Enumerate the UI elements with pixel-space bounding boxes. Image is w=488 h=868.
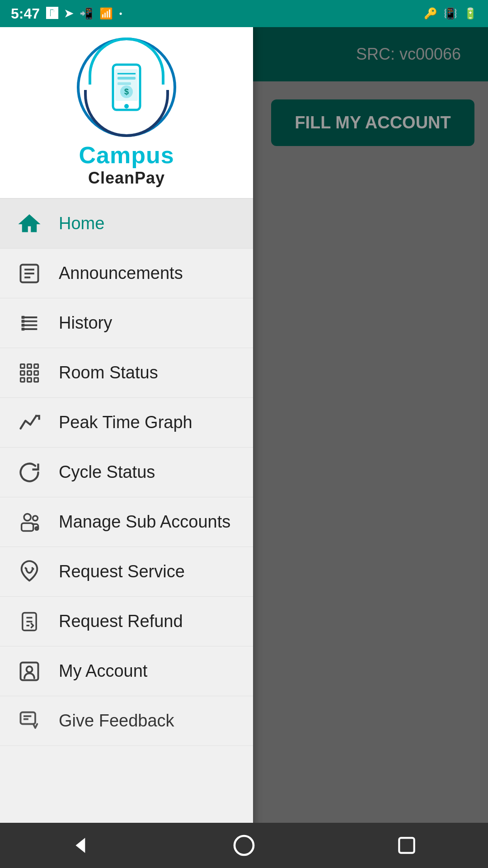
key-icon: 🔑 [424,7,437,20]
logo-text: Campus CleanPay [79,142,174,188]
status-bar: 5:47 🅿 ➤ 📲 📶 • 🔑 📳 🔋 [0,0,488,27]
sidebar-item-my-account[interactable]: My Account [0,646,253,696]
location-icon: ➤ [64,7,73,20]
dot-icon: • [119,9,122,19]
drawer-overlay[interactable] [253,27,488,868]
sidebar-item-label-request-service: Request Service [59,562,185,581]
home-button[interactable] [226,827,262,863]
svg-rect-24 [28,371,32,375]
navigation-drawer: $ Campus CleanPay [0,27,253,868]
back-icon [70,834,93,857]
cycle-status-icon [14,457,45,488]
request-service-icon [14,556,45,588]
drawer-nav: Home Announcements [0,199,253,868]
sidebar-item-manage-sub-accounts[interactable]: Manage Sub Accounts [0,497,253,547]
status-bar-right: 🔑 📳 🔋 [424,7,477,20]
svg-point-45 [235,836,253,855]
phone-icon: $ [106,62,147,112]
sidebar-item-label-request-refund: Request Refund [59,612,183,631]
svg-rect-41 [21,712,36,724]
svg-rect-23 [21,371,25,375]
sidebar-item-home[interactable]: Home [0,199,253,249]
sidebar-item-label-announcements: Announcements [59,264,183,283]
sidebar-item-cycle-status[interactable]: Cycle Status [0,448,253,497]
announcements-icon [14,258,45,289]
sidebar-item-request-refund[interactable]: Request Refund [0,597,253,646]
svg-rect-20 [21,364,25,368]
sidebar-item-request-service[interactable]: Request Service [0,547,253,597]
notification-icon: 🅿 [46,7,58,21]
sidebar-item-label-my-account: My Account [59,661,147,681]
history-icon [14,307,45,339]
sidebar-item-peak-time-graph[interactable]: Peak Time Graph [0,398,253,448]
status-bar-left: 5:47 🅿 ➤ 📲 📶 • [11,5,122,22]
sidebar-item-history[interactable]: History [0,298,253,348]
svg-point-40 [27,666,33,672]
logo-container: $ Campus CleanPay [77,38,176,188]
recent-apps-button[interactable] [389,827,425,863]
sidebar-item-room-status[interactable]: Room Status [0,348,253,398]
svg-marker-44 [76,838,85,853]
sidebar-item-label-give-feedback: Give Feedback [59,711,174,731]
download-icon: 📲 [80,7,93,20]
sidebar-item-label-peak-time-graph: Peak Time Graph [59,413,192,432]
peak-time-graph-icon [14,407,45,439]
logo-circle: $ [77,38,176,137]
svg-rect-27 [28,377,32,382]
home-circle-icon [231,833,257,858]
room-status-icon [14,357,45,389]
svg-rect-22 [34,364,38,368]
give-feedback-icon [14,705,45,737]
manage-sub-accounts-icon [14,506,45,538]
svg-rect-25 [34,371,38,375]
sidebar-item-announcements[interactable]: Announcements [0,249,253,298]
sidebar-item-label-home: Home [59,214,104,233]
svg-point-33 [36,528,37,529]
vibrate-icon: 📳 [444,7,457,20]
wifi-icon: 📶 [99,7,113,20]
request-refund-icon [14,606,45,637]
svg-rect-26 [21,377,25,382]
time-display: 5:47 [11,5,40,22]
logo-cleanpay: CleanPay [88,169,165,187]
sidebar-item-label-cycle-status: Cycle Status [59,462,155,482]
svg-rect-4 [117,77,136,80]
svg-text:$: $ [124,87,129,96]
svg-point-29 [24,514,31,520]
sidebar-item-label-history: History [59,313,112,333]
svg-rect-46 [399,838,414,853]
logo-campus: Campus [79,142,174,168]
app-container: SRC: vc00066 FILL MY ACCOUNT [0,27,488,868]
svg-rect-39 [21,662,38,680]
svg-rect-28 [34,377,38,382]
sidebar-item-label-room-status: Room Status [59,363,158,382]
svg-point-2 [124,104,129,108]
my-account-icon [14,656,45,687]
svg-point-31 [33,515,38,520]
recent-apps-icon [395,834,418,857]
sidebar-item-label-manage-sub-accounts: Manage Sub Accounts [59,512,230,532]
home-icon [14,208,45,240]
svg-rect-30 [22,523,33,531]
back-button[interactable] [63,827,99,863]
svg-rect-5 [117,82,131,85]
svg-rect-21 [28,364,32,368]
bottom-navigation [0,823,488,868]
sidebar-item-give-feedback[interactable]: Give Feedback [0,696,253,746]
battery-icon: 🔋 [464,7,477,20]
drawer-header: $ Campus CleanPay [0,27,253,199]
